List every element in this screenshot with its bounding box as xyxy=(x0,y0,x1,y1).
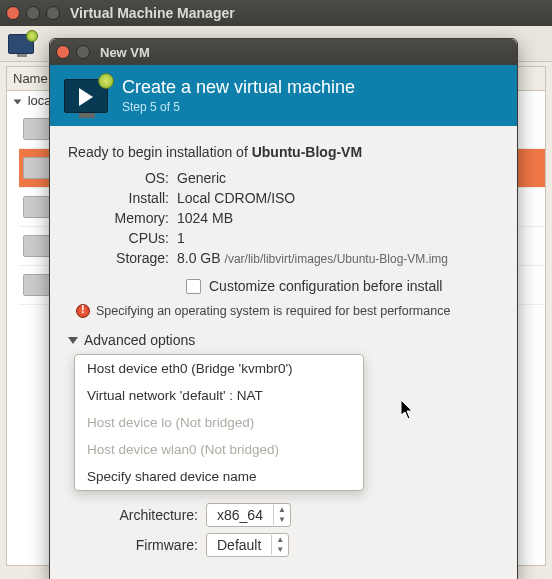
architecture-value: x86_64 xyxy=(207,507,273,523)
firmware-value: Default xyxy=(207,537,271,553)
warning-icon xyxy=(76,304,90,318)
storage-path: /var/lib/libvirt/images/Ubuntu-Blog-VM.i… xyxy=(225,252,448,266)
advanced-options-toggle[interactable]: Advanced options xyxy=(68,332,499,348)
firmware-label: Firmware: xyxy=(108,537,198,553)
network-option: Host device wlan0 (Not bridged) xyxy=(75,436,363,463)
cpus-value: 1 xyxy=(177,230,499,246)
dialog-window-title: New VM xyxy=(100,45,150,60)
dialog-step-label: Step 5 of 5 xyxy=(122,100,355,114)
cpus-label: CPUs: xyxy=(74,230,169,246)
new-badge-icon xyxy=(98,73,114,89)
network-option[interactable]: Host device eth0 (Bridge 'kvmbr0') xyxy=(75,355,363,382)
os-value: Generic xyxy=(177,170,499,186)
dialog-close-button[interactable] xyxy=(56,45,70,59)
install-label: Install: xyxy=(74,190,169,206)
os-label: OS: xyxy=(74,170,169,186)
network-dropdown[interactable]: Host device eth0 (Bridge 'kvmbr0')Virtua… xyxy=(74,354,364,491)
memory-label: Memory: xyxy=(74,210,169,226)
storage-value: 8.0 GB/var/lib/libvirt/images/Ubuntu-Blo… xyxy=(177,250,499,266)
install-value: Local CDROM/ISO xyxy=(177,190,499,206)
customize-checkbox-row[interactable]: Customize configuration before install xyxy=(186,278,499,294)
dialog-header-title: Create a new virtual machine xyxy=(122,77,355,98)
chevron-down-icon xyxy=(68,337,78,344)
memory-value: 1024 MB xyxy=(177,210,499,226)
new-vm-dialog: New VM Create a new virtual machine Step… xyxy=(49,38,518,579)
stepper-arrows-icon[interactable]: ▲▼ xyxy=(273,505,290,525)
architecture-select[interactable]: x86_64 ▲▼ xyxy=(206,503,291,527)
stepper-arrows-icon[interactable]: ▲▼ xyxy=(271,535,288,555)
ready-vmname: Ubuntu-Blog-VM xyxy=(252,144,362,160)
firmware-select[interactable]: Default ▲▼ xyxy=(206,533,289,557)
dialog-header: Create a new virtual machine Step 5 of 5 xyxy=(50,65,517,126)
parent-window-title: Virtual Machine Manager xyxy=(70,5,235,21)
warning-text: Specifying an operating system is requir… xyxy=(96,304,450,318)
dialog-body: Ready to begin installation of Ubuntu-Bl… xyxy=(50,126,517,579)
dialog-titlebar[interactable]: New VM xyxy=(50,39,517,65)
ready-line: Ready to begin installation of Ubuntu-Bl… xyxy=(68,144,499,160)
storage-label: Storage: xyxy=(74,250,169,266)
network-option[interactable]: Specify shared device name xyxy=(75,463,363,490)
customize-checkbox[interactable] xyxy=(186,279,201,294)
parent-close-button[interactable] xyxy=(6,6,20,20)
chevron-down-icon xyxy=(14,99,22,104)
customize-label: Customize configuration before install xyxy=(209,278,442,294)
parent-minimize-button[interactable] xyxy=(26,6,40,20)
advanced-options-label: Advanced options xyxy=(84,332,195,348)
ready-prefix: Ready to begin installation of xyxy=(68,144,252,160)
new-badge-icon xyxy=(26,30,38,42)
dialog-minimize-button[interactable] xyxy=(76,45,90,59)
network-option[interactable]: Virtual network 'default' : NAT xyxy=(75,382,363,409)
architecture-label: Architecture: xyxy=(108,507,198,523)
warning-row: Specifying an operating system is requir… xyxy=(76,304,499,318)
parent-titlebar: Virtual Machine Manager xyxy=(0,0,552,26)
network-option: Host device lo (Not bridged) xyxy=(75,409,363,436)
parent-maximize-button[interactable] xyxy=(46,6,60,20)
